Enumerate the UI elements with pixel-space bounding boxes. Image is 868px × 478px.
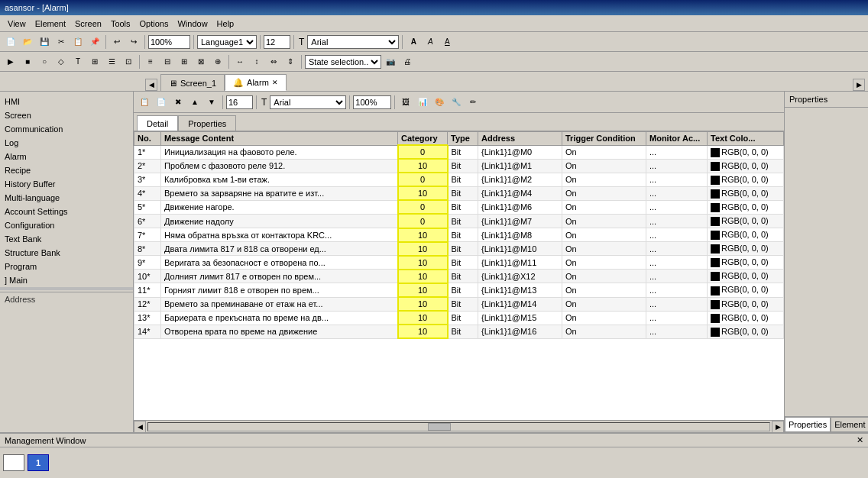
save-btn[interactable]: 💾 [37, 34, 52, 50]
fontsize-input[interactable] [264, 35, 290, 49]
table-row[interactable]: 4* Времето за зарваряне на вратите е изт… [134, 186, 784, 200]
screen-thumb-2[interactable]: 1 [28, 454, 49, 471]
sidebar-item-configuration[interactable]: Configuration [0, 218, 133, 232]
cut-btn[interactable]: ✂ [53, 34, 69, 50]
tab-detail[interactable]: Detail [137, 115, 178, 131]
zoom-input[interactable] [148, 35, 190, 49]
table-row[interactable]: 2* Проблем с фазовото реле 912. 10 Bit {… [134, 159, 784, 173]
alarm-zoom-input[interactable] [353, 95, 391, 109]
screen-thumb-1[interactable] [3, 454, 24, 471]
h-scroll[interactable]: ◀ ▶ [134, 420, 784, 432]
sidebar-item-structurebank[interactable]: Structure Bank [0, 246, 133, 260]
tb2-btn4[interactable]: ◇ [53, 54, 69, 69]
alarm-table[interactable]: No. Message Content Category Type Addres… [134, 131, 784, 420]
new-btn[interactable]: 📄 [3, 34, 18, 50]
sidebar-item-hmi[interactable]: HMI [0, 95, 133, 108]
table-row[interactable]: 9* Веригата за безопасност е отворена по… [134, 256, 784, 270]
alarm-tb-icon1[interactable]: 🖼 [398, 95, 413, 110]
tb2-btn15[interactable]: ↕ [249, 54, 264, 69]
table-row[interactable]: 5* Движение нагоре. 0 Bit {Link1}1@M6 On… [134, 200, 784, 214]
scroll-left[interactable]: ◀ [134, 421, 146, 433]
redo-btn[interactable]: ↪ [126, 34, 141, 50]
table-row[interactable]: 7* Няма обратна връзка от контактора KRC… [134, 228, 784, 242]
table-row[interactable]: 6* Движение надолу 0 Bit {Link1}1@M7 On … [134, 214, 784, 228]
alarm-tb-icon3[interactable]: 🎨 [432, 95, 447, 110]
alarm-font-select[interactable]: Arial [270, 95, 346, 109]
tb2-btn7[interactable]: ☰ [104, 54, 119, 69]
paste-btn[interactable]: 📌 [87, 34, 102, 50]
alarm-tb-icon2[interactable]: 📊 [415, 95, 430, 110]
table-row[interactable]: 14* Отворена врата по време на движение … [134, 325, 784, 338]
tb2-btn10[interactable]: ⊟ [160, 54, 175, 69]
tab-alarm-close[interactable]: ✕ [272, 79, 278, 86]
right-tab-properties[interactable]: Properties [785, 417, 831, 432]
scroll-right[interactable]: ▶ [772, 421, 784, 433]
menu-screen[interactable]: Screen [70, 18, 106, 30]
tab-nav-right[interactable]: ▶ [853, 79, 865, 91]
alarm-tb-btn1[interactable]: 📋 [137, 95, 152, 110]
table-row[interactable]: 1* Инициализация на фаовото реле. 0 Bit … [134, 145, 784, 159]
alarm-tb-btn4[interactable]: ▲ [187, 95, 202, 110]
bold-btn[interactable]: A [406, 34, 421, 50]
open-btn[interactable]: 📂 [20, 34, 35, 50]
menu-options[interactable]: Options [135, 18, 173, 30]
alarm-tb-icon5[interactable]: ✏ [465, 95, 481, 110]
tb2-btn17[interactable]: ⇕ [283, 54, 298, 69]
menu-element[interactable]: Element [31, 18, 70, 30]
alarm-tb-icon4[interactable]: 🔧 [449, 95, 464, 110]
tb2-btn8[interactable]: ⊡ [121, 54, 136, 69]
sidebar-item-screen[interactable]: Screen [0, 108, 133, 122]
alarm-tb-btn2[interactable]: 📄 [154, 95, 169, 110]
sidebar-item-textbank[interactable]: Text Bank [0, 232, 133, 246]
sidebar-resize-handle[interactable] [0, 287, 133, 290]
menu-view[interactable]: View [3, 18, 31, 30]
menu-tools[interactable]: Tools [106, 18, 135, 30]
sidebar-item-account-settings[interactable]: Account Settings [0, 205, 133, 218]
tb2-btn13[interactable]: ⊕ [210, 54, 225, 69]
tb2-btn3[interactable]: ○ [37, 54, 52, 69]
menu-window[interactable]: Window [173, 18, 212, 30]
underline-btn[interactable]: A [439, 34, 455, 50]
table-row[interactable]: 8* Двата лимита 817 и 818 са отворени ед… [134, 242, 784, 256]
tb2-btn11[interactable]: ⊞ [177, 54, 192, 69]
font-select[interactable]: Arial [307, 35, 399, 49]
tb2-end1[interactable]: 📷 [383, 54, 398, 69]
alarm-fontsize-input[interactable] [226, 95, 253, 109]
table-row[interactable]: 11* Горният лимит 818 е отворен по врем.… [134, 283, 784, 297]
tab-properties[interactable]: Properties [178, 115, 236, 131]
language-select[interactable]: Language1 [197, 35, 257, 49]
alarm-tb-btn5[interactable]: ▼ [204, 95, 219, 110]
bottom-close-btn[interactable]: ✕ [857, 435, 863, 445]
menu-help[interactable]: Help [212, 18, 239, 30]
sidebar-item-program[interactable]: Program [0, 260, 133, 273]
table-row[interactable]: 12* Времето за преминаване от етаж на ет… [134, 297, 784, 311]
right-tab-element[interactable]: Element [831, 417, 868, 432]
tb2-end2[interactable]: 🖨 [400, 54, 415, 69]
tab-screen1[interactable]: 🖥 Screen_1 [160, 74, 225, 91]
sidebar-item-recipe[interactable]: Recipe [0, 163, 133, 177]
tb2-btn14[interactable]: ↔ [232, 54, 248, 69]
sidebar-item-communication[interactable]: Communication [0, 122, 133, 136]
tb2-btn6[interactable]: ⊞ [87, 54, 102, 69]
tb2-btn2[interactable]: ■ [20, 54, 35, 69]
copy-btn[interactable]: 📋 [70, 34, 86, 50]
table-row[interactable]: 10* Долният лимит 817 е отворен по врем.… [134, 270, 784, 283]
state-select[interactable]: State selection... [305, 55, 381, 69]
tb2-btn12[interactable]: ⊠ [193, 54, 209, 69]
tb2-btn16[interactable]: ⇔ [266, 54, 281, 69]
sidebar-item-main[interactable]: ] Main [0, 273, 133, 287]
tb2-btn1[interactable]: ▶ [3, 54, 18, 69]
italic-btn[interactable]: A [423, 34, 438, 50]
sidebar-item-multilang[interactable]: Multi-language [0, 191, 133, 205]
tab-alarm[interactable]: 🔔 Alarm ✕ [225, 74, 287, 91]
table-row[interactable]: 13* Бариерата е прекъсната по време на д… [134, 311, 784, 325]
tab-nav-left[interactable]: ◀ [145, 79, 157, 91]
undo-btn[interactable]: ↩ [109, 34, 125, 50]
table-row[interactable]: 3* Калибровка към 1-ви етаж. 0 Bit {Link… [134, 173, 784, 186]
sidebar-item-log[interactable]: Log [0, 136, 133, 150]
alarm-tb-btn3[interactable]: ✖ [170, 95, 186, 110]
tb2-btn9[interactable]: ≡ [143, 54, 158, 69]
sidebar-item-alarm[interactable]: Alarm [0, 150, 133, 163]
tb2-btn5[interactable]: T [70, 54, 86, 69]
sidebar-item-history-buffer[interactable]: History Buffer [0, 177, 133, 191]
